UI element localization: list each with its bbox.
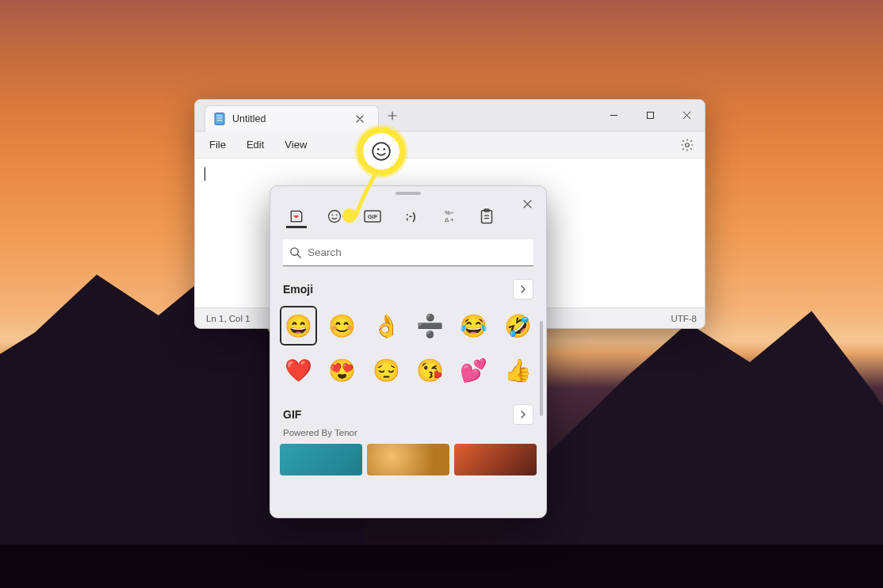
svg-point-7: [377, 148, 380, 151]
emoji-item[interactable]: 👍: [499, 350, 537, 390]
chevron-right-icon: [519, 285, 527, 293]
maximize-button[interactable]: [632, 100, 668, 131]
recent-sticker-icon: [289, 208, 304, 224]
menu-file[interactable]: File: [201, 136, 234, 154]
tab-gif[interactable]: GIF: [362, 206, 383, 228]
svg-rect-18: [482, 210, 492, 223]
menu-edit[interactable]: Edit: [239, 136, 272, 154]
emoji-face-icon: [327, 208, 342, 224]
emoji-item[interactable]: 🤣: [499, 306, 537, 346]
close-button[interactable]: [668, 100, 705, 131]
emoji-item[interactable]: 💕: [455, 350, 492, 390]
status-encoding: UTF-8: [671, 314, 697, 323]
text-caret: [205, 167, 205, 181]
emoji-item[interactable]: 😔: [368, 350, 405, 390]
tab-symbols[interactable]: %÷Δ+: [438, 206, 459, 228]
symbols-icon: %÷Δ+: [441, 208, 457, 224]
svg-point-6: [373, 143, 390, 160]
kaomoji-icon: ;-): [406, 210, 416, 222]
gif-thumb[interactable]: [454, 444, 537, 475]
smiley-icon: [371, 141, 392, 162]
svg-rect-4: [647, 113, 653, 119]
emoji-panel: GIF ;-) %÷Δ+ Emoji 😄 😊 👌: [269, 185, 547, 518]
emoji-search[interactable]: [283, 239, 533, 266]
svg-rect-0: [215, 113, 224, 125]
window-controls: [595, 100, 705, 131]
gif-powered-by: Powered By Tenor: [270, 428, 546, 444]
emoji-expand-button[interactable]: [513, 279, 533, 300]
svg-point-11: [336, 214, 338, 216]
emoji-section-header: Emoji: [270, 271, 546, 303]
emoji-item[interactable]: 😘: [411, 350, 449, 390]
titlebar[interactable]: Untitled: [195, 100, 705, 132]
gif-section-title: GIF: [283, 408, 301, 421]
gif-thumb[interactable]: [280, 444, 362, 475]
gif-expand-button[interactable]: [513, 404, 533, 425]
gif-thumbnails: [270, 444, 546, 487]
gif-thumb[interactable]: [367, 444, 449, 475]
notepad-icon: [213, 113, 226, 125]
panel-scrollbar[interactable]: [540, 321, 543, 416]
status-cursor-position: Ln 1, Col 1: [206, 314, 250, 323]
emoji-item[interactable]: ➗: [411, 306, 449, 346]
svg-text:GIF: GIF: [368, 213, 378, 220]
tab-recent[interactable]: [286, 206, 307, 228]
emoji-item[interactable]: 👌: [368, 306, 405, 346]
svg-line-23: [297, 254, 300, 258]
desktop-wallpaper: Untitled File Edi: [0, 0, 883, 588]
panel-close-button[interactable]: [518, 194, 537, 213]
svg-point-5: [686, 143, 690, 147]
emoji-item[interactable]: 😂: [455, 306, 492, 346]
menu-view[interactable]: View: [277, 136, 315, 154]
chevron-right-icon: [519, 410, 527, 418]
emoji-item[interactable]: 😄: [280, 306, 317, 346]
settings-button[interactable]: [676, 134, 698, 156]
svg-text:Δ: Δ: [445, 216, 449, 223]
emoji-item[interactable]: 😍: [323, 350, 361, 390]
minimize-button[interactable]: [595, 100, 632, 131]
gif-icon: GIF: [364, 210, 381, 223]
tab-kaomoji[interactable]: ;-): [400, 206, 421, 228]
svg-text:÷: ÷: [450, 209, 454, 216]
emoji-item[interactable]: ❤️: [280, 350, 317, 390]
highlight-callout: [357, 127, 406, 176]
menubar: File Edit View: [195, 132, 705, 158]
wallpaper-treeline: [0, 544, 883, 588]
callout-anchor-dot: [342, 208, 357, 223]
panel-category-tabs: GIF ;-) %÷Δ+: [270, 195, 546, 231]
clipboard-icon: [480, 208, 494, 224]
tab-close-button[interactable]: [351, 110, 369, 128]
emoji-search-input[interactable]: [308, 246, 527, 258]
gif-section-header: GIF: [270, 396, 546, 428]
emoji-grid: 😄 😊 👌 ➗ 😂 🤣 ❤️ 😍 😔 😘 💕 👍: [270, 303, 546, 396]
emoji-section-title: Emoji: [283, 283, 313, 296]
svg-point-8: [383, 148, 385, 151]
wallpaper-mountain-right: [503, 287, 883, 588]
svg-point-10: [332, 214, 334, 216]
svg-point-9: [329, 210, 341, 222]
search-icon: [289, 246, 301, 258]
tab-emoji[interactable]: [324, 206, 345, 228]
tab-title: Untitled: [232, 113, 266, 124]
document-tab[interactable]: Untitled: [205, 105, 379, 132]
svg-text:+: +: [450, 216, 454, 223]
tab-clipboard[interactable]: [476, 206, 497, 228]
emoji-item[interactable]: 😊: [323, 306, 361, 346]
